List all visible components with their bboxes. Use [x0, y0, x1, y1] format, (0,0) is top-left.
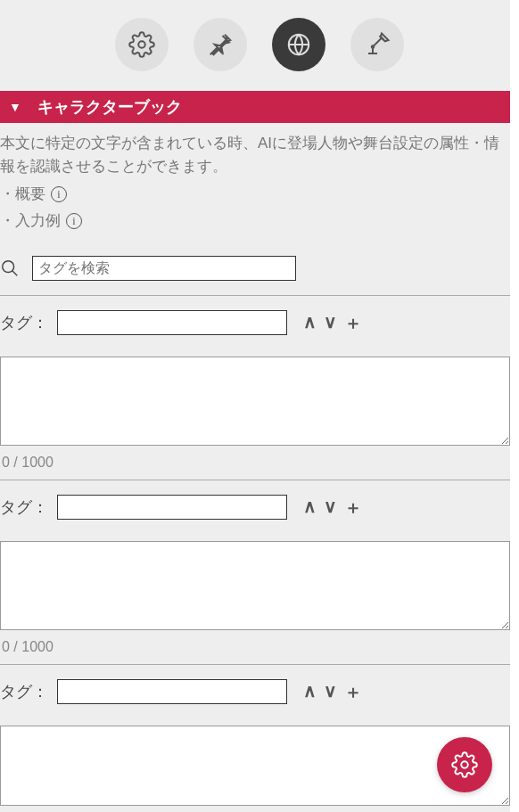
- tag-input[interactable]: [57, 495, 287, 520]
- tag-input[interactable]: [57, 310, 287, 335]
- search-row: [0, 242, 510, 295]
- collapse-icon: ▼: [9, 100, 21, 114]
- gear-icon: [128, 31, 155, 58]
- entry-body-input[interactable]: [0, 357, 510, 446]
- tag-label: タグ：: [0, 681, 48, 702]
- entry-body-input[interactable]: [0, 726, 510, 806]
- entry-block: タグ： ∧ ∨ ＋ 0 / 1000: [0, 480, 510, 664]
- search-icon: [0, 258, 20, 278]
- section-description-block: 本文に特定の文字が含まれている時、AIに登場人物や舞台設定の属性・情報を認識させ…: [0, 123, 510, 242]
- move-up-button[interactable]: ∧: [303, 496, 317, 520]
- entry-block: タグ： ∧ ∨ ＋ 0 / 1000: [0, 296, 510, 480]
- svg-point-5: [461, 761, 468, 768]
- tag-controls: ∧ ∨ ＋: [303, 311, 362, 335]
- info-icon[interactable]: i: [51, 186, 67, 202]
- move-down-button[interactable]: ∨: [324, 496, 337, 520]
- add-button[interactable]: ＋: [344, 680, 362, 704]
- char-counter: 0 / 1000: [0, 634, 510, 664]
- move-up-button[interactable]: ∧: [303, 311, 317, 335]
- add-button[interactable]: ＋: [344, 311, 362, 335]
- move-up-button[interactable]: ∧: [303, 680, 317, 704]
- right-gutter: [510, 0, 519, 812]
- svg-point-0: [138, 41, 145, 48]
- tag-label: タグ：: [0, 312, 48, 333]
- gear-icon: [451, 751, 478, 778]
- search-input[interactable]: [32, 256, 296, 281]
- info-icon[interactable]: i: [66, 213, 82, 229]
- move-down-button[interactable]: ∨: [324, 680, 337, 704]
- tag-row: タグ： ∧ ∨ ＋: [0, 310, 510, 335]
- section-header[interactable]: ▼ キャラクターブック: [0, 91, 510, 123]
- settings-fab[interactable]: [437, 737, 492, 792]
- entry-body-input[interactable]: [0, 541, 510, 630]
- overview-link[interactable]: ・概要: [0, 183, 45, 206]
- tag-controls: ∧ ∨ ＋: [303, 680, 362, 704]
- example-link[interactable]: ・入力例: [0, 209, 61, 233]
- tag-label: タグ：: [0, 496, 48, 518]
- svg-point-3: [3, 261, 14, 273]
- tab-gear[interactable]: [115, 18, 169, 71]
- top-tab-bar: [0, 0, 519, 91]
- add-button[interactable]: ＋: [344, 496, 362, 520]
- tag-row: タグ： ∧ ∨ ＋: [0, 495, 510, 520]
- tag-controls: ∧ ∨ ＋: [303, 496, 362, 520]
- svg-line-4: [12, 271, 18, 276]
- move-down-button[interactable]: ∨: [324, 311, 337, 335]
- char-counter: 0 / 1000: [0, 449, 510, 480]
- tag-row: タグ： ∧ ∨ ＋: [0, 679, 510, 704]
- section-description: 本文に特定の文字が含まれている時、AIに登場人物や舞台設定の属性・情報を認識させ…: [0, 132, 510, 179]
- tab-lamp[interactable]: [350, 18, 404, 71]
- pin-icon: [207, 31, 234, 58]
- lamp-icon: [364, 31, 391, 58]
- tag-input[interactable]: [57, 679, 287, 704]
- tab-pin[interactable]: [194, 18, 247, 71]
- entry-block: タグ： ∧ ∨ ＋: [0, 665, 510, 809]
- globe-icon: [285, 31, 312, 58]
- section-title: キャラクターブック: [37, 96, 182, 118]
- tab-globe[interactable]: [272, 18, 325, 71]
